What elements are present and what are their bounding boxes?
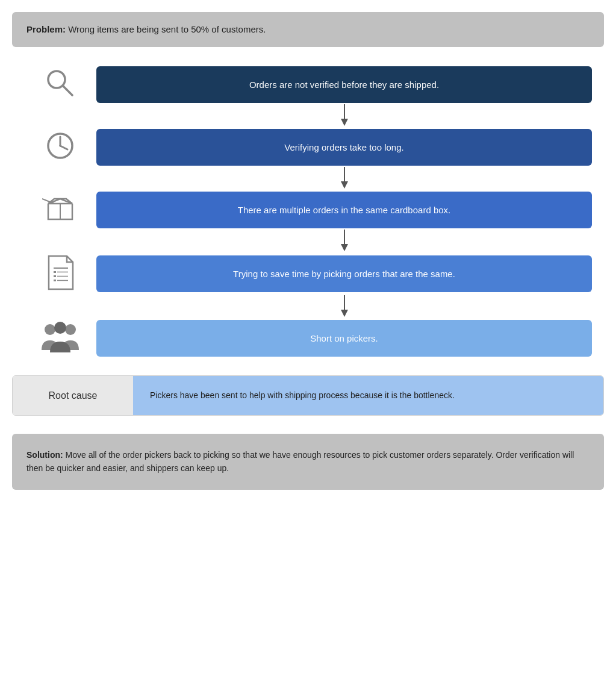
cause-text-5: Short on pickers. <box>310 333 378 343</box>
svg-rect-17 <box>54 275 56 277</box>
problem-text: Wrong items are being sent to 50% of cus… <box>66 24 266 34</box>
search-icon <box>42 65 78 104</box>
icon-cell-4 <box>24 253 96 295</box>
arrow-line-1 <box>96 104 592 128</box>
list-icon <box>44 253 77 295</box>
icon-cell-3 <box>24 190 96 229</box>
cause-box-5: Short on pickers. <box>96 320 592 357</box>
diagram-row-4: Trying to save time by picking orders th… <box>24 253 592 295</box>
cause-text-1: Orders are not verified before they are … <box>249 80 439 90</box>
root-cause-text: Pickers have been sent to help with ship… <box>133 376 603 415</box>
cause-box-4: Trying to save time by picking orders th… <box>96 255 592 292</box>
svg-point-25 <box>54 322 66 334</box>
cause-text-4: Trying to save time by picking orders th… <box>233 269 455 279</box>
svg-line-6 <box>60 146 67 149</box>
solution-label: Solution: <box>26 450 63 460</box>
root-cause-label: Root cause <box>13 376 133 415</box>
svg-rect-19 <box>54 280 56 281</box>
cause-text-2: Verifying orders take too long. <box>284 142 403 152</box>
svg-rect-15 <box>54 271 56 273</box>
solution-box: Solution: Move all of the order pickers … <box>12 434 604 490</box>
diagram-row-3: There are multiple orders in the same ca… <box>24 190 592 229</box>
svg-point-23 <box>45 324 55 335</box>
svg-marker-8 <box>341 181 348 189</box>
diagram-container: Orders are not verified before they are … <box>12 65 604 357</box>
svg-marker-13 <box>341 244 348 251</box>
root-cause-label-text: Root cause <box>49 390 98 401</box>
diagram-row-1: Orders are not verified before they are … <box>24 65 592 104</box>
cause-box-3: There are multiple orders in the same ca… <box>96 192 592 228</box>
cause-box-1: Orders are not verified before they are … <box>96 66 592 103</box>
diagram-row-2: Verifying orders take too long. <box>24 128 592 166</box>
arrow-line-3 <box>96 229 592 253</box>
cause-box-2: Verifying orders take too long. <box>96 129 592 166</box>
cause-text-3: There are multiple orders in the same ca… <box>238 205 451 215</box>
arrow-row-4 <box>24 295 592 319</box>
clock-icon <box>42 128 78 166</box>
svg-marker-22 <box>341 310 348 317</box>
icon-cell-2 <box>24 128 96 166</box>
icon-cell-5 <box>24 319 96 357</box>
svg-point-24 <box>65 324 76 335</box>
box-icon <box>42 190 78 229</box>
people-icon <box>39 319 81 357</box>
svg-line-1 <box>63 86 72 95</box>
arrow-row-1 <box>24 104 592 128</box>
root-cause-container: Root cause Pickers have been sent to hel… <box>12 375 604 416</box>
arrow-row-3 <box>24 229 592 253</box>
arrow-line-4 <box>96 295 592 319</box>
icon-cell-1 <box>24 65 96 104</box>
svg-marker-3 <box>341 119 348 126</box>
problem-label: Problem: <box>26 24 66 34</box>
solution-text: Move all of the order pickers back to pi… <box>26 450 574 473</box>
problem-box: Problem: Wrong items are being sent to 5… <box>12 12 604 47</box>
diagram-row-5: Short on pickers. <box>24 319 592 357</box>
root-cause-description: Pickers have been sent to help with ship… <box>150 390 455 400</box>
arrow-row-2 <box>24 166 592 190</box>
arrow-line-2 <box>96 166 592 190</box>
